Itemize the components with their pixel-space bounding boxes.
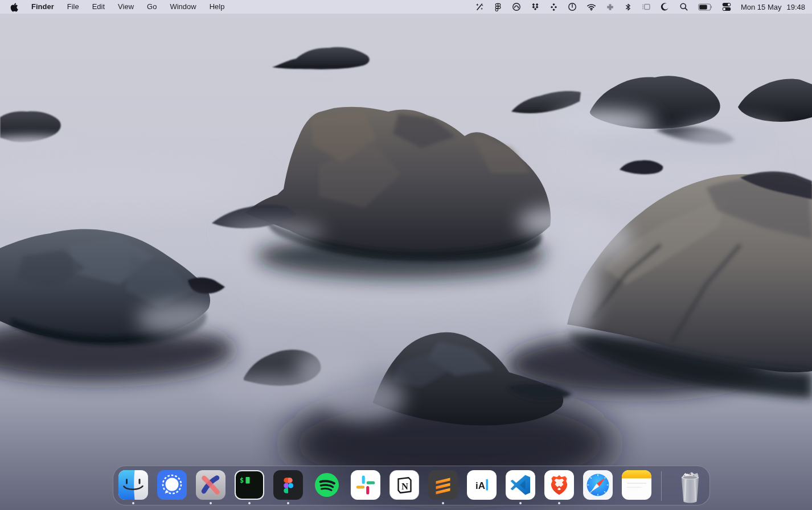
diamond-cluster-icon[interactable]: [549, 3, 558, 11]
terminal-icon: $: [235, 470, 264, 500]
sublime-text-icon: [428, 470, 458, 500]
power-circle-icon[interactable]: [568, 2, 577, 11]
dock-item-signal[interactable]: [157, 470, 187, 504]
apple-menu-icon[interactable]: [10, 2, 18, 12]
figma-menubar-icon[interactable]: [494, 3, 502, 11]
dock-item-notion[interactable]: N: [389, 470, 420, 504]
dock-item-finder[interactable]: [118, 470, 149, 504]
battery-icon[interactable]: [698, 3, 712, 11]
adobe-creative-cloud-icon[interactable]: [512, 2, 521, 11]
dock-divider: [661, 471, 662, 501]
brave-icon: [544, 470, 574, 500]
clock-time: 19:48: [786, 3, 805, 11]
focus-moon-icon[interactable]: [661, 2, 670, 11]
running-indicator: [248, 502, 251, 504]
dock-item-terminal[interactable]: $: [234, 470, 265, 504]
ia-writer-icon: iA: [467, 470, 497, 500]
menu-help[interactable]: Help: [210, 0, 225, 14]
menubar-clock[interactable]: Mon 15 May 19:48: [741, 3, 805, 11]
menu-go[interactable]: Go: [147, 0, 157, 14]
svg-text:iA: iA: [475, 480, 485, 491]
running-indicator: [132, 502, 134, 504]
wifi-icon[interactable]: [587, 2, 596, 11]
dock-item-slack[interactable]: [350, 470, 381, 504]
menu-window[interactable]: Window: [170, 0, 196, 14]
spotify-icon: [312, 470, 342, 500]
dock-item-trash[interactable]: [674, 470, 706, 504]
running-indicator: [442, 502, 444, 504]
running-indicator: [210, 502, 212, 504]
running-indicator: [519, 502, 522, 504]
sparkle-slash-icon[interactable]: [475, 2, 484, 11]
notion-icon: N: [389, 470, 419, 500]
dock-item-safari[interactable]: [583, 470, 613, 504]
svg-text:$: $: [240, 476, 244, 484]
dock-item-spotify[interactable]: [311, 470, 342, 504]
window-sidebar-icon[interactable]: [642, 2, 651, 11]
running-indicator: [287, 502, 289, 504]
slack-icon: [351, 470, 380, 500]
safari-icon: [583, 470, 613, 500]
menu-file[interactable]: File: [67, 0, 79, 14]
dock-item-sublime-text[interactable]: [428, 470, 458, 504]
dock: $: [113, 466, 710, 505]
menu-bar: Finder File Edit View Go Window Help: [0, 0, 812, 14]
craft-icon: [196, 470, 225, 500]
dropbox-icon[interactable]: [531, 2, 540, 11]
notes-icon: [622, 470, 651, 500]
health-plus-icon[interactable]: [606, 3, 614, 11]
bluetooth-icon[interactable]: [624, 3, 632, 11]
dock-item-vscode[interactable]: [505, 470, 536, 504]
dock-item-ia-writer[interactable]: iA: [466, 470, 497, 504]
menu-edit[interactable]: Edit: [92, 0, 105, 14]
vscode-icon: [506, 470, 535, 500]
running-indicator: [558, 502, 560, 504]
menu-app-name[interactable]: Finder: [31, 0, 54, 14]
spotlight-search-icon[interactable]: [679, 2, 688, 11]
dock-item-figma[interactable]: [273, 470, 304, 504]
control-center-icon[interactable]: [722, 2, 731, 11]
dock-item-craft[interactable]: [195, 470, 226, 504]
desktop-wallpaper: [0, 0, 812, 510]
clock-date: Mon 15 May: [741, 3, 782, 11]
finder-icon: [118, 470, 148, 500]
dock-item-brave[interactable]: [544, 470, 575, 504]
dock-item-notes[interactable]: [621, 470, 652, 504]
figma-icon: [273, 470, 303, 500]
menu-view[interactable]: View: [118, 0, 134, 14]
signal-icon: [157, 470, 187, 500]
trash-full-icon: [674, 470, 706, 504]
svg-text:N: N: [401, 481, 408, 492]
